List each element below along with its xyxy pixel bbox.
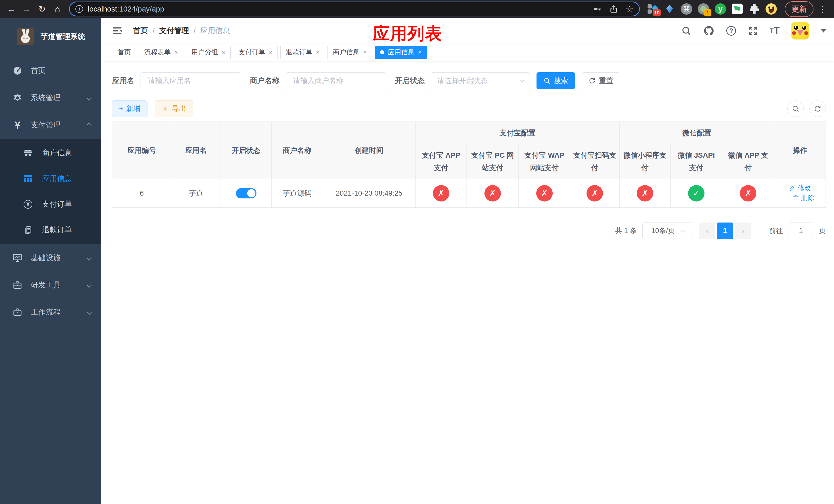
github-icon[interactable] [703, 25, 715, 37]
extension-y-icon[interactable]: y [715, 3, 726, 15]
sidebar-item-home[interactable]: 首页 [0, 57, 101, 84]
tab-process-form[interactable]: 流程表单× [139, 46, 183, 59]
briefcase-icon [12, 307, 23, 317]
tab-pay-orders[interactable]: 支付订单× [233, 46, 278, 59]
add-button[interactable]: + 新增 [112, 100, 148, 117]
avatar-dropdown-caret[interactable] [821, 29, 826, 32]
sidebar-item-merchant-info[interactable]: 商户信息 [0, 140, 101, 166]
payment-submenu: 商户信息 应用信息 ¥ 支付订单 [0, 139, 101, 244]
site-info-icon[interactable]: i [75, 5, 83, 13]
col-status: 开启状态 [221, 122, 271, 179]
sidebar-menu: 首页 系统管理 ¥ 支付管理 [0, 55, 101, 504]
status-x-icon: ✗ [433, 185, 449, 202]
cell-status [221, 179, 271, 208]
page-1-button[interactable]: 1 [717, 223, 733, 239]
tab-home[interactable]: 首页 [112, 46, 136, 59]
group-alipay-config: 支付宝配置 [415, 122, 620, 144]
extension-command-icon[interactable]: ⌘ [681, 3, 693, 15]
bookmark-star-icon[interactable]: ☆ [626, 4, 633, 14]
sidebar-item-payment[interactable]: ¥ 支付管理 [0, 112, 101, 139]
status-check-icon: ✓ [688, 185, 704, 202]
sidebar-item-dev-tools[interactable]: 研发工具 [0, 272, 101, 299]
help-icon[interactable]: ? [726, 26, 736, 36]
close-icon[interactable]: × [316, 49, 320, 56]
close-icon[interactable]: × [269, 49, 272, 56]
status-x-icon: ✗ [484, 185, 501, 202]
status-select[interactable]: 请选择开启状态 [431, 72, 530, 89]
refresh-button[interactable] [809, 100, 826, 117]
address-bar[interactable]: i localhost:1024/pay/app ☆ [70, 2, 639, 16]
breadcrumb-payment[interactable]: 支付管理 [159, 26, 189, 36]
breadcrumb-home[interactable]: 首页 [133, 26, 148, 36]
extension-emoji-icon[interactable] [765, 3, 777, 15]
user-avatar[interactable] [791, 22, 809, 40]
tab-refund-orders[interactable]: 退款订单× [280, 46, 325, 59]
cell-created: 2021-10-23 08:49:25 [323, 179, 415, 208]
next-page-button[interactable]: › [735, 223, 751, 239]
close-icon[interactable]: × [174, 49, 178, 56]
table-row: 6 芋道 芋道源码 2021-10-23 08:49:25 ✗ ✗ ✗ ✗ ✗ [112, 179, 826, 208]
extension-kite-icon[interactable] [664, 3, 676, 15]
share-icon[interactable] [609, 5, 618, 13]
browser-menu-icon[interactable]: ⋮ [815, 4, 829, 14]
delete-link[interactable]: 删除 [792, 193, 814, 202]
password-key-icon[interactable] [592, 4, 602, 14]
sidebar-item-system[interactable]: 系统管理 [0, 84, 101, 112]
reset-button[interactable]: 重置 [581, 72, 620, 89]
tab-app-info[interactable]: 应用信息× [375, 46, 427, 59]
goto-page-input[interactable] [789, 223, 813, 239]
goto-suffix: 页 [819, 226, 826, 235]
chevron-up-icon [87, 122, 92, 128]
extension-puzzle-icon[interactable] [748, 3, 760, 15]
tab-merchant-info[interactable]: 商户信息× [328, 46, 372, 59]
status-label: 开启状态 [395, 76, 425, 86]
document-copy-icon [23, 225, 33, 234]
col-alipay-qr: 支付宝扫码支付 [570, 144, 619, 179]
search-icon[interactable] [681, 26, 692, 36]
grid-table-icon [23, 174, 33, 184]
close-icon[interactable]: × [222, 49, 225, 56]
close-icon[interactable]: × [363, 49, 367, 56]
sidebar-item-pay-orders[interactable]: ¥ 支付订单 [0, 191, 101, 217]
chevron-down-icon [87, 310, 92, 315]
sidebar-item-refund-orders[interactable]: 退款订单 [0, 217, 101, 243]
close-icon[interactable]: × [418, 49, 422, 56]
sidebar-collapse-icon[interactable] [112, 25, 123, 37]
export-button[interactable]: 导出 [155, 100, 193, 117]
extension-chat-icon[interactable] [731, 3, 743, 15]
merchant-name-input[interactable] [286, 72, 386, 89]
fullscreen-icon[interactable] [748, 26, 758, 36]
font-size-icon[interactable]: TT [770, 26, 780, 36]
cell-alipay-app: ✗ [415, 179, 466, 208]
extensions-row: 10 ⌘ 1 y [645, 3, 779, 15]
url-text[interactable]: localhost:1024/pay/app [88, 5, 592, 13]
hide-search-button[interactable] [787, 100, 804, 117]
gear-icon [12, 93, 23, 103]
browser-forward-button[interactable]: → [20, 2, 33, 16]
app-name-input[interactable] [140, 72, 241, 89]
edit-link[interactable]: 修改 [789, 184, 811, 192]
storefront-icon [23, 148, 33, 158]
prev-page-button[interactable]: ‹ [699, 223, 715, 239]
sidebar-logo[interactable]: 芋道管理系统 [0, 18, 101, 55]
sidebar-item-workflow[interactable]: 工作流程 [0, 299, 101, 326]
browser-home-button[interactable]: ⌂ [51, 2, 64, 16]
col-app-name: 应用名 [171, 122, 221, 179]
sidebar-item-infrastructure[interactable]: 基础设施 [0, 244, 101, 272]
extension-camera-icon[interactable]: 1 [698, 3, 709, 15]
extension-badge: 10 [653, 9, 661, 17]
browser-reload-button[interactable]: ↻ [36, 2, 49, 16]
active-dot [380, 50, 384, 54]
search-button[interactable]: 搜索 [536, 72, 575, 89]
apps-table: 应用编号 应用名 开启状态 商户名称 创建时间 支付宝配置 微信配置 操作 支付… [112, 121, 826, 208]
top-navbar: 首页 / 支付管理 / 应用信息 应用列表 ? [101, 18, 834, 44]
tab-user-group[interactable]: 用户分组× [186, 46, 231, 59]
sidebar-item-app-info[interactable]: 应用信息 [0, 166, 101, 191]
cell-actions: 修改 删除 [774, 179, 826, 208]
browser-update-button[interactable]: 更新 [785, 1, 813, 17]
browser-back-button[interactable]: ← [5, 2, 18, 16]
plus-icon: + [119, 105, 123, 113]
status-toggle[interactable] [236, 188, 257, 199]
extension-blocks-icon[interactable]: 10 [647, 3, 659, 15]
page-size-select[interactable]: 10条/页 [642, 223, 693, 239]
